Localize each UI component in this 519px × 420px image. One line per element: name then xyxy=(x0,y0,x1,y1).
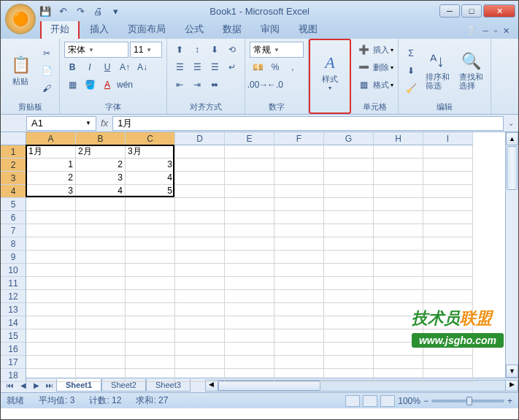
align-right-icon[interactable]: ☰ xyxy=(207,59,223,75)
decrease-decimal-icon[interactable]: ←.0 xyxy=(267,77,283,93)
cell-B2[interactable]: 2 xyxy=(76,159,126,172)
tab-formula[interactable]: 公式 xyxy=(176,20,212,39)
cell-D18[interactable] xyxy=(175,369,225,382)
cell-E1[interactable] xyxy=(225,145,274,159)
vertical-scrollbar[interactable]: ▲ ▼ xyxy=(505,132,518,378)
row-header-10[interactable]: 10 xyxy=(1,264,26,277)
cell-G7[interactable] xyxy=(324,224,374,237)
cell-H5[interactable] xyxy=(374,198,423,211)
decrease-font-icon[interactable]: A↓ xyxy=(134,59,150,75)
cell-C10[interactable] xyxy=(126,264,175,277)
cell-D1[interactable] xyxy=(175,145,225,159)
row-header-5[interactable]: 5 xyxy=(1,198,26,211)
cell-I9[interactable] xyxy=(423,251,473,264)
cells-area[interactable]: 1月2月3月123234345 xyxy=(26,145,473,382)
cell-D3[interactable] xyxy=(175,172,225,185)
cell-G17[interactable] xyxy=(324,356,374,369)
increase-decimal-icon[interactable]: .00→ xyxy=(250,77,266,93)
cell-C1[interactable]: 3月 xyxy=(126,145,175,159)
zoom-level[interactable]: 100% xyxy=(398,396,420,406)
restore-window-icon[interactable]: ▫ xyxy=(494,26,497,36)
cell-E14[interactable] xyxy=(225,316,274,329)
percent-icon[interactable]: % xyxy=(267,59,283,75)
zoom-in-icon[interactable]: + xyxy=(507,396,512,406)
cell-A18[interactable] xyxy=(26,369,76,382)
indent-decrease-icon[interactable]: ⇤ xyxy=(172,77,188,93)
sheet-prev-icon[interactable]: ◀ xyxy=(17,381,30,389)
redo-icon[interactable]: ↷ xyxy=(74,4,87,18)
cell-D9[interactable] xyxy=(175,251,225,264)
cell-B8[interactable] xyxy=(76,237,126,251)
cell-A13[interactable] xyxy=(26,303,76,316)
cell-A4[interactable]: 3 xyxy=(26,185,76,198)
cell-B15[interactable] xyxy=(76,329,126,343)
row-header-4[interactable]: 4 xyxy=(1,185,26,198)
indent-increase-icon[interactable]: ⇥ xyxy=(189,77,205,93)
cell-F17[interactable] xyxy=(274,356,324,369)
cell-E10[interactable] xyxy=(225,264,274,277)
cell-G2[interactable] xyxy=(324,159,374,172)
cell-H4[interactable] xyxy=(374,185,423,198)
cell-A14[interactable] xyxy=(26,316,76,329)
cell-C3[interactable]: 4 xyxy=(126,172,175,185)
row-header-11[interactable]: 11 xyxy=(1,277,26,290)
sort-filter-button[interactable]: ᴬ↓ 排序和 筛选 xyxy=(422,47,453,95)
minimize-ribbon-icon[interactable]: ─ xyxy=(483,26,488,36)
cell-B3[interactable]: 3 xyxy=(76,172,126,185)
cell-E4[interactable] xyxy=(225,185,274,198)
view-pagebreak-icon[interactable] xyxy=(380,395,395,407)
row-header-14[interactable]: 14 xyxy=(1,316,26,329)
format-cells-icon[interactable]: ▦ xyxy=(355,77,372,93)
font-name-combo[interactable]: 宋体▼ xyxy=(64,42,128,58)
cell-C17[interactable] xyxy=(126,356,175,369)
cell-I6[interactable] xyxy=(423,211,473,224)
help-icon[interactable]: ❔ xyxy=(466,26,477,36)
cell-F10[interactable] xyxy=(274,264,324,277)
col-header-A[interactable]: A xyxy=(26,132,76,145)
fill-color-button[interactable]: 🪣 xyxy=(82,77,98,93)
cell-D7[interactable] xyxy=(175,224,225,237)
col-header-B[interactable]: B xyxy=(76,132,126,145)
format-painter-icon[interactable]: 🖌 xyxy=(39,80,55,96)
cell-B4[interactable]: 4 xyxy=(76,185,126,198)
cell-H9[interactable] xyxy=(374,251,423,264)
cell-G4[interactable] xyxy=(324,185,374,198)
cell-B18[interactable] xyxy=(76,369,126,382)
row-header-13[interactable]: 13 xyxy=(1,303,26,316)
cell-H8[interactable] xyxy=(374,237,423,251)
align-left-icon[interactable]: ☰ xyxy=(172,59,188,75)
fx-icon[interactable]: fx xyxy=(96,118,112,129)
tab-insert[interactable]: 插入 xyxy=(81,20,118,39)
insert-cells-icon[interactable]: ➕ xyxy=(355,42,372,58)
italic-button[interactable]: I xyxy=(82,59,98,75)
cell-H3[interactable] xyxy=(374,172,423,185)
cell-A3[interactable]: 2 xyxy=(26,172,76,185)
cell-B14[interactable] xyxy=(76,316,126,329)
increase-font-icon[interactable]: A↑ xyxy=(117,59,133,75)
cell-I4[interactable] xyxy=(423,185,473,198)
cell-C8[interactable] xyxy=(126,237,175,251)
cell-F13[interactable] xyxy=(274,303,324,316)
orientation-icon[interactable]: ⟲ xyxy=(224,42,240,58)
cell-A7[interactable] xyxy=(26,224,76,237)
cell-A15[interactable] xyxy=(26,329,76,343)
sheet-first-icon[interactable]: ⏮ xyxy=(4,381,17,389)
cell-I7[interactable] xyxy=(423,224,473,237)
zoom-slider[interactable] xyxy=(431,400,504,402)
tab-data[interactable]: 数据 xyxy=(214,20,250,39)
cell-I1[interactable] xyxy=(423,145,473,159)
align-middle-icon[interactable]: ↕ xyxy=(189,42,205,58)
cell-C18[interactable] xyxy=(126,369,175,382)
cell-B11[interactable] xyxy=(76,277,126,290)
cell-G3[interactable] xyxy=(324,172,374,185)
tab-review[interactable]: 审阅 xyxy=(252,20,288,39)
cell-G18[interactable] xyxy=(324,369,374,382)
cell-F3[interactable] xyxy=(274,172,324,185)
cell-I12[interactable] xyxy=(423,290,473,303)
cell-H18[interactable] xyxy=(374,369,423,382)
font-color-button[interactable]: A xyxy=(99,77,115,93)
cell-D12[interactable] xyxy=(175,290,225,303)
cell-I11[interactable] xyxy=(423,277,473,290)
formula-input[interactable]: 1月 xyxy=(112,116,504,131)
cell-C14[interactable] xyxy=(126,316,175,329)
